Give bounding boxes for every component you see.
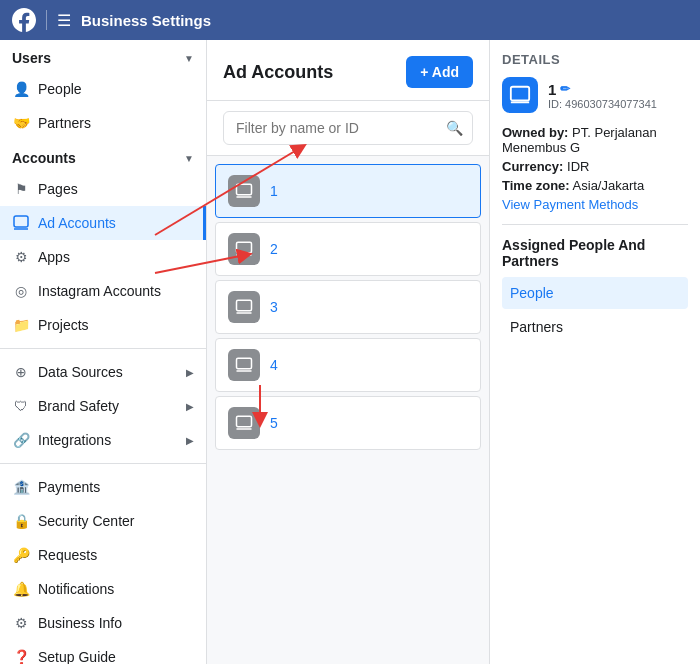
account-number: 2: [270, 241, 278, 257]
search-input[interactable]: [223, 111, 473, 145]
security-center-icon: 🔒: [12, 512, 30, 530]
users-chevron-icon: ▼: [184, 53, 194, 64]
sidebar-item-ad-accounts[interactable]: Ad Accounts: [0, 206, 206, 240]
content-wrapper: Users ▼ 👤 People 🤝 Partners Accounts ▼ ⚑…: [0, 40, 700, 664]
payments-icon: 🏦: [12, 478, 30, 496]
accounts-section-header[interactable]: Accounts ▼: [0, 140, 206, 172]
details-payment-link[interactable]: View Payment Methods: [502, 197, 688, 212]
account-number: 5: [270, 415, 278, 431]
account-item[interactable]: 2: [215, 222, 481, 276]
details-account-icon: [502, 77, 538, 113]
sidebar-item-instagram[interactable]: ◎ Instagram Accounts: [0, 274, 206, 308]
details-account-name: 1 ✏: [548, 81, 657, 98]
add-button[interactable]: + Add: [406, 56, 473, 88]
svg-rect-5: [237, 184, 252, 195]
accounts-section-title: Accounts: [12, 150, 76, 166]
sidebar-item-apps[interactable]: ⚙ Apps: [0, 240, 206, 274]
menu-icon[interactable]: ☰: [57, 11, 71, 30]
pages-icon: ⚑: [12, 180, 30, 198]
sidebar-item-projects[interactable]: 📁 Projects: [0, 308, 206, 342]
search-input-wrapper: 🔍: [223, 111, 473, 145]
pages-label: Pages: [38, 181, 194, 197]
data-sources-label: Data Sources: [38, 364, 178, 380]
main-header: Ad Accounts + Add: [207, 40, 489, 101]
details-partners-item[interactable]: Partners: [502, 311, 688, 343]
details-currency: Currency: IDR: [502, 159, 688, 174]
svg-rect-13: [237, 416, 252, 427]
account-number: 3: [270, 299, 278, 315]
sidebar-item-payments[interactable]: 🏦 Payments: [0, 470, 206, 504]
ad-accounts-icon: [12, 214, 30, 232]
sidebar-item-people[interactable]: 👤 People: [0, 72, 206, 106]
account-icon: [228, 349, 260, 381]
security-center-label: Security Center: [38, 513, 194, 529]
main-content: Ad Accounts + Add 🔍 1 2 3: [207, 40, 490, 664]
projects-icon: 📁: [12, 316, 30, 334]
details-people-item[interactable]: People: [502, 277, 688, 309]
sidebar-item-security-center[interactable]: 🔒 Security Center: [0, 504, 206, 538]
brand-safety-icon: 🛡: [12, 397, 30, 415]
instagram-icon: ◎: [12, 282, 30, 300]
details-timezone: Time zone: Asia/Jakarta: [502, 178, 688, 193]
sidebar-item-business-info[interactable]: ⚙ Business Info: [0, 606, 206, 640]
sidebar-item-integrations[interactable]: 🔗 Integrations ▶: [0, 423, 206, 457]
instagram-label: Instagram Accounts: [38, 283, 194, 299]
account-icon: [228, 291, 260, 323]
sidebar-item-brand-safety[interactable]: 🛡 Brand Safety ▶: [0, 389, 206, 423]
facebook-logo: [12, 8, 36, 32]
accounts-chevron-icon: ▼: [184, 153, 194, 164]
account-number: 1: [270, 183, 278, 199]
users-section-header[interactable]: Users ▼: [0, 40, 206, 72]
requests-label: Requests: [38, 547, 194, 563]
integrations-icon: 🔗: [12, 431, 30, 449]
people-icon: 👤: [12, 80, 30, 98]
brand-safety-chevron-icon: ▶: [186, 401, 194, 412]
sidebar-item-pages[interactable]: ⚑ Pages: [0, 172, 206, 206]
topbar-title: Business Settings: [81, 12, 211, 29]
search-bar: 🔍: [207, 101, 489, 156]
notifications-label: Notifications: [38, 581, 194, 597]
account-icon: [228, 407, 260, 439]
business-info-label: Business Info: [38, 615, 194, 631]
topbar-divider: [46, 10, 47, 30]
sidebar-item-data-sources[interactable]: ⊕ Data Sources ▶: [0, 355, 206, 389]
setup-guide-label: Setup Guide: [38, 649, 194, 664]
svg-rect-11: [237, 358, 252, 369]
data-sources-chevron-icon: ▶: [186, 367, 194, 378]
svg-rect-15: [511, 87, 529, 101]
payments-label: Payments: [38, 479, 194, 495]
account-item[interactable]: 3: [215, 280, 481, 334]
setup-guide-icon: ❓: [12, 648, 30, 664]
accounts-list: 1 2 3 4 5: [207, 156, 489, 664]
users-section-title: Users: [12, 50, 51, 66]
page-title: Ad Accounts: [223, 62, 333, 83]
search-icon: 🔍: [446, 120, 463, 136]
sidebar-item-requests[interactable]: 🔑 Requests: [0, 538, 206, 572]
integrations-chevron-icon: ▶: [186, 435, 194, 446]
details-account-info: 1 ✏ ID: 496030734077341: [548, 81, 657, 110]
sidebar-item-setup-guide[interactable]: ❓ Setup Guide: [0, 640, 206, 664]
account-icon: [228, 233, 260, 265]
requests-icon: 🔑: [12, 546, 30, 564]
people-label: People: [38, 81, 194, 97]
svg-rect-3: [14, 216, 28, 227]
svg-rect-7: [237, 242, 252, 253]
apps-icon: ⚙: [12, 248, 30, 266]
details-owned-by: Owned by: PT. Perjalanan Menembus G: [502, 125, 688, 155]
edit-icon[interactable]: ✏: [560, 82, 570, 96]
integrations-label: Integrations: [38, 432, 178, 448]
business-info-icon: ⚙: [12, 614, 30, 632]
notifications-icon: 🔔: [12, 580, 30, 598]
topbar: ☰ Business Settings: [0, 0, 700, 40]
sidebar-item-notifications[interactable]: 🔔 Notifications: [0, 572, 206, 606]
sidebar-item-partners[interactable]: 🤝 Partners: [0, 106, 206, 140]
account-item[interactable]: 4: [215, 338, 481, 392]
sidebar: Users ▼ 👤 People 🤝 Partners Accounts ▼ ⚑…: [0, 40, 207, 664]
details-panel: Details 1 ✏ ID: 496030734077341 Owned by…: [490, 40, 700, 664]
account-item[interactable]: 5: [215, 396, 481, 450]
account-icon: [228, 175, 260, 207]
sidebar-divider-2: [0, 463, 206, 464]
account-item[interactable]: 1: [215, 164, 481, 218]
ad-accounts-label: Ad Accounts: [38, 215, 191, 231]
partners-icon: 🤝: [12, 114, 30, 132]
